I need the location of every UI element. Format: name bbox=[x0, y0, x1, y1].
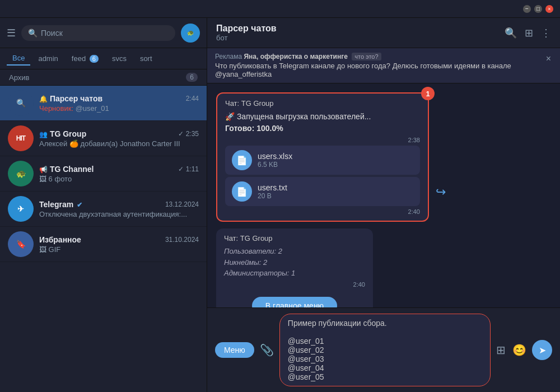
chat-item-parser[interactable]: 🔍 🔔 Парсер чатов 2:44 Черновик: @user_01 bbox=[0, 86, 207, 121]
chat-preview-tggroup: Алексей 🍊 добавил(а) Jonathon Carter III bbox=[39, 139, 199, 148]
titlebar: − □ × bbox=[0, 0, 560, 18]
feed-badge: 6 bbox=[90, 55, 99, 63]
file-attachment-txt[interactable]: 📄 users.txt 20 В bbox=[225, 177, 420, 206]
chat-header-name: Парсер чатов bbox=[216, 24, 499, 34]
messages-area: 1 Чат: TG Group 🚀 Запущена выгрузка поль… bbox=[207, 83, 560, 307]
chat-name-tgchannel: 📢 TG Channel bbox=[39, 165, 94, 174]
message-row-1: 1 Чат: TG Group 🚀 Запущена выгрузка поль… bbox=[216, 92, 551, 222]
file-size-xlsx: 6.5 KB bbox=[258, 161, 413, 169]
file-info-txt: users.txt 20 В bbox=[258, 183, 413, 200]
ad-tag[interactable]: что это? bbox=[352, 53, 381, 60]
forward-icon[interactable]: ↪ bbox=[436, 185, 446, 199]
chat-avatar-telegram: ✈ bbox=[8, 196, 34, 222]
chat-preview-telegram: Отключена двухэтапная аутентификация:... bbox=[39, 210, 199, 218]
menu-button[interactable]: Меню bbox=[215, 342, 254, 358]
chat-info-parser: 🔔 Парсер чатов 2:44 Черновик: @user_01 bbox=[39, 94, 199, 113]
ad-content: Реклама Яна, офферистка о маркетинге что… bbox=[215, 53, 545, 78]
chat-avatar-parser: 🔍 bbox=[8, 90, 34, 116]
ad-close-button[interactable]: × bbox=[545, 53, 552, 65]
sidebar: ☰ 🔍 🐢 Все admin feed 6 svcs sort Архив 6 bbox=[0, 18, 207, 392]
filter-tabs: Все admin feed 6 svcs sort bbox=[0, 48, 207, 69]
send-button[interactable]: ➤ bbox=[532, 340, 552, 360]
tab-all[interactable]: Все bbox=[7, 52, 30, 66]
message-chat-label-2: Чат: TG Group bbox=[224, 234, 365, 242]
maximize-button[interactable]: □ bbox=[534, 5, 542, 13]
input-area: Меню 📎 Пример публикации сбора. @user_01… bbox=[207, 307, 560, 392]
chat-avatar-tggroup: HIT bbox=[8, 125, 34, 151]
sidebar-header: ☰ 🔍 🐢 bbox=[0, 18, 207, 48]
chat-info-tggroup: 👥 TG Group ✓ 2:35 Алексей 🍊 добавил(а) J… bbox=[39, 129, 199, 148]
chat-name-favorites: Избранное bbox=[39, 235, 81, 244]
window-controls: − □ × bbox=[523, 5, 553, 13]
close-button[interactable]: × bbox=[545, 5, 553, 13]
chat-time-tgchannel: ✓ 1:11 bbox=[178, 165, 199, 173]
chat-item-tgchannel[interactable]: 🐢 📢 TG Channel ✓ 1:11 🖼 6 фото bbox=[0, 156, 207, 192]
file-attachment-xlsx[interactable]: 📄 users.xlsx 6.5 KB bbox=[225, 146, 420, 175]
more-icon[interactable]: ⋮ bbox=[541, 27, 551, 39]
chat-info-favorites: Избранное 31.10.2024 🖼 GIF bbox=[39, 235, 199, 254]
search-bar[interactable]: 🔍 bbox=[21, 25, 175, 41]
message-text-1: 🚀 Запущена выгрузка пользователей... Гот… bbox=[225, 111, 420, 134]
tab-admin[interactable]: admin bbox=[32, 52, 63, 65]
file-size-txt: 20 В bbox=[258, 192, 413, 200]
message-time-1: 2:38 bbox=[225, 137, 420, 143]
message-input-text: Пример публикации сбора. @user_01@user_0… bbox=[288, 319, 482, 381]
message-time-2: 2:40 bbox=[224, 281, 365, 288]
emoji-grid-icon[interactable]: ⊞ bbox=[496, 343, 506, 357]
message-input-box[interactable]: Пример публикации сбора. @user_01@user_0… bbox=[279, 314, 491, 386]
message-wrapper-1: 1 Чат: TG Group 🚀 Запущена выгрузка поль… bbox=[216, 92, 429, 222]
search-input[interactable] bbox=[41, 29, 169, 38]
chat-item-tggroup[interactable]: HIT 👥 TG Group ✓ 2:35 Алексей 🍊 добавил(… bbox=[0, 121, 207, 156]
hamburger-icon[interactable]: ☰ bbox=[7, 27, 16, 39]
chat-info-tgchannel: 📢 TG Channel ✓ 1:11 🖼 6 фото bbox=[39, 165, 199, 183]
emoji-icon[interactable]: 😊 bbox=[512, 343, 526, 357]
app-container: ☰ 🔍 🐢 Все admin feed 6 svcs sort Архив 6 bbox=[0, 18, 560, 392]
chat-avatar-favorites: 🔖 bbox=[8, 231, 34, 257]
file-icon-txt: 📄 bbox=[232, 181, 252, 202]
message-bubble-1: 1 Чат: TG Group 🚀 Запущена выгрузка поль… bbox=[216, 92, 429, 222]
chat-avatar-tgchannel: 🐢 bbox=[8, 161, 34, 186]
chat-name-telegram: Telegram ✔ bbox=[39, 200, 82, 209]
ad-label: Реклама Яна, офферистка о маркетинге что… bbox=[215, 53, 545, 60]
search-chat-icon[interactable]: 🔍 bbox=[505, 27, 517, 39]
chat-preview-favorites: 🖼 GIF bbox=[39, 245, 199, 254]
tab-feed[interactable]: feed 6 bbox=[66, 52, 104, 65]
chat-area: Парсер чатов бот 🔍 ⊞ ⋮ Реклама Яна, оффе… bbox=[207, 18, 560, 392]
chat-info-telegram: Telegram ✔ 13.12.2024 Отключена двухэтап… bbox=[39, 200, 199, 218]
chat-header: Парсер чатов бот 🔍 ⊞ ⋮ bbox=[207, 18, 560, 48]
message-bubble-2: Чат: TG Group Пользователи: 2 Никнеймы: … bbox=[216, 228, 373, 307]
message-row-2: Чат: TG Group Пользователи: 2 Никнеймы: … bbox=[216, 228, 551, 307]
chat-name-parser: 🔔 Парсер чатов bbox=[39, 94, 102, 103]
chat-time-telegram: 13.12.2024 bbox=[165, 200, 199, 208]
file-name-xlsx: users.xlsx bbox=[258, 152, 413, 161]
chat-preview-parser: Черновик: @user_01 bbox=[39, 104, 199, 113]
chat-list: 🔍 🔔 Парсер чатов 2:44 Черновик: @user_01… bbox=[0, 86, 207, 392]
minimize-button[interactable]: − bbox=[523, 5, 531, 13]
search-icon: 🔍 bbox=[28, 29, 38, 38]
attach-icon[interactable]: 📎 bbox=[260, 343, 274, 357]
message-chat-label-1: Чат: TG Group bbox=[225, 99, 420, 108]
chat-preview-tgchannel: 🖼 6 фото bbox=[39, 175, 199, 183]
bubble-badge-1: 1 bbox=[421, 87, 435, 100]
ad-author: Яна, офферистка о маркетинге bbox=[244, 53, 347, 60]
archive-label: Архив bbox=[9, 73, 29, 82]
ad-banner: Реклама Яна, офферистка о маркетинге что… bbox=[207, 48, 560, 83]
message-time-1b: 2:40 bbox=[225, 208, 420, 215]
header-icons: 🔍 ⊞ ⋮ bbox=[505, 27, 551, 39]
main-menu-button[interactable]: В главное меню bbox=[252, 297, 337, 308]
chat-name-tggroup: 👥 TG Group bbox=[39, 129, 86, 138]
layout-icon[interactable]: ⊞ bbox=[525, 27, 533, 39]
chat-time-tggroup: ✓ 2:35 bbox=[178, 130, 199, 138]
chat-item-telegram[interactable]: ✈ Telegram ✔ 13.12.2024 Отключена двухэт… bbox=[0, 192, 207, 227]
message-stats: Пользователи: 2 Никнеймы: 2 Администрато… bbox=[224, 246, 365, 279]
chat-time-parser: 2:44 bbox=[186, 95, 199, 102]
chat-header-status: бот bbox=[216, 34, 499, 42]
chat-header-info: Парсер чатов бот bbox=[216, 24, 499, 42]
file-icon-xlsx: 📄 bbox=[232, 150, 252, 170]
avatar[interactable]: 🐢 bbox=[181, 24, 200, 43]
tab-svcs[interactable]: svcs bbox=[106, 52, 132, 65]
tab-sort[interactable]: sort bbox=[134, 52, 158, 65]
input-right-icons: ⊞ 😊 bbox=[496, 343, 526, 357]
chat-item-favorites[interactable]: 🔖 Избранное 31.10.2024 🖼 GIF bbox=[0, 227, 207, 262]
archive-row[interactable]: Архив 6 bbox=[0, 69, 207, 86]
